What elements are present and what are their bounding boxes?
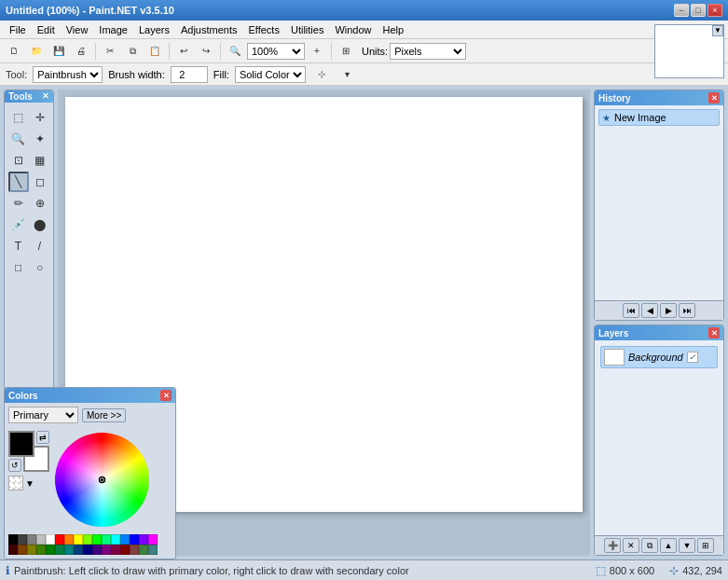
- open-button[interactable]: 📁: [26, 41, 47, 62]
- layer-add-button[interactable]: ➕: [604, 538, 621, 553]
- primary-color-swatch[interactable]: [8, 431, 34, 457]
- cut-button[interactable]: ✂: [100, 41, 120, 62]
- palette-cell[interactable]: [148, 534, 158, 545]
- palette-cell[interactable]: [18, 534, 27, 545]
- history-last-button[interactable]: ⏭: [679, 303, 695, 318]
- layer-item[interactable]: Background ✓: [600, 346, 718, 368]
- undo-button[interactable]: ↩: [173, 41, 194, 62]
- palette-cell[interactable]: [111, 534, 120, 545]
- history-close-button[interactable]: ✕: [708, 92, 720, 104]
- close-button[interactable]: ×: [707, 4, 722, 17]
- color-picker-tool[interactable]: 💉: [8, 214, 29, 235]
- palette-cell[interactable]: [55, 545, 64, 555]
- brush-width-input[interactable]: [171, 66, 208, 83]
- paste-button[interactable]: 📋: [144, 41, 165, 62]
- zoom-select[interactable]: Window 25% 100% 200%: [247, 43, 305, 60]
- history-item[interactable]: ★ New Image: [598, 109, 720, 126]
- history-first-button[interactable]: ⏮: [623, 303, 639, 318]
- colors-close-button[interactable]: ✕: [160, 390, 172, 401]
- palette-cell[interactable]: [111, 545, 120, 555]
- palette-cell[interactable]: [36, 534, 46, 545]
- transparency-button[interactable]: ▼: [8, 476, 49, 490]
- new-button[interactable]: 🗋: [4, 41, 24, 62]
- layer-merge-button[interactable]: ⊞: [697, 538, 714, 553]
- palette-cell[interactable]: [64, 545, 74, 555]
- units-select[interactable]: Pixels Centimeters Inches: [390, 43, 466, 60]
- history-prev-button[interactable]: ◀: [641, 303, 658, 318]
- palette-cell[interactable]: [27, 534, 36, 545]
- palette-cell[interactable]: [120, 545, 130, 555]
- palette-cell[interactable]: [92, 534, 102, 545]
- text-tool[interactable]: T: [8, 236, 29, 256]
- selection-tool[interactable]: ⬚: [8, 107, 29, 128]
- paint-bucket-tool[interactable]: ⊡: [8, 150, 29, 171]
- reset-colors-button[interactable]: ↺: [8, 459, 21, 472]
- paintbrush-tool[interactable]: ╲: [8, 172, 29, 192]
- menu-layers[interactable]: Layers: [133, 22, 175, 37]
- layers-close-button[interactable]: ✕: [708, 327, 720, 338]
- line-tool[interactable]: /: [30, 236, 50, 256]
- palette-cell[interactable]: [102, 545, 111, 555]
- history-next-button[interactable]: ▶: [660, 303, 677, 318]
- colors-mode-select[interactable]: Primary Secondary: [8, 407, 78, 423]
- print-button[interactable]: 🖨: [71, 41, 91, 62]
- palette-cell[interactable]: [139, 545, 148, 555]
- palette-cell[interactable]: [102, 534, 111, 545]
- menu-file[interactable]: File: [4, 22, 32, 37]
- pencil-tool[interactable]: ✏: [8, 193, 29, 214]
- menu-utilities[interactable]: Utilities: [285, 22, 329, 37]
- palette-cell[interactable]: [8, 545, 18, 555]
- clone-tool[interactable]: ⊕: [30, 193, 50, 214]
- palette-cell[interactable]: [83, 534, 92, 545]
- grid-button[interactable]: ⊞: [336, 41, 356, 62]
- layer-visibility-check[interactable]: ✓: [687, 352, 698, 363]
- palette-cell[interactable]: [46, 534, 55, 545]
- palette-cell[interactable]: [83, 545, 92, 555]
- palette-cell[interactable]: [92, 545, 102, 555]
- colors-more-button[interactable]: More >>: [82, 408, 126, 422]
- palette-cell[interactable]: [120, 534, 130, 545]
- menu-effects[interactable]: Effects: [243, 22, 285, 37]
- zoom-out-button[interactable]: 🔍: [225, 41, 245, 62]
- menu-adjustments[interactable]: Adjustments: [175, 22, 243, 37]
- layer-up-button[interactable]: ▲: [660, 538, 677, 553]
- menu-view[interactable]: View: [61, 22, 94, 37]
- maximize-button[interactable]: □: [691, 4, 706, 17]
- blend-mode-button[interactable]: ▾: [337, 64, 358, 85]
- palette-cell[interactable]: [36, 545, 46, 555]
- palette-cell[interactable]: [139, 534, 148, 545]
- menu-edit[interactable]: Edit: [32, 22, 61, 37]
- palette-cell[interactable]: [130, 534, 139, 545]
- move-tool[interactable]: ✛: [30, 107, 50, 128]
- palette-cell[interactable]: [130, 545, 139, 555]
- palette-cell[interactable]: [27, 545, 36, 555]
- palette-cell[interactable]: [74, 534, 83, 545]
- menu-image[interactable]: Image: [93, 22, 133, 37]
- preview-dropdown-button[interactable]: ▼: [712, 25, 723, 36]
- palette-cell[interactable]: [64, 534, 74, 545]
- zoom-in-button[interactable]: +: [307, 41, 327, 62]
- palette-cell[interactable]: [46, 545, 55, 555]
- zoom-tool[interactable]: 🔍: [8, 129, 29, 149]
- save-button[interactable]: 💾: [48, 41, 69, 62]
- eraser-tool[interactable]: ◻: [30, 172, 50, 192]
- rectangle-tool[interactable]: □: [8, 257, 29, 278]
- fill-select[interactable]: Solid Color Gradient Texture: [235, 66, 306, 83]
- gradient-tool[interactable]: ▦: [30, 150, 50, 171]
- palette-cell[interactable]: [55, 534, 64, 545]
- palette-cell[interactable]: [148, 545, 158, 555]
- color-wheel-container[interactable]: [53, 431, 151, 529]
- ellipse-tool[interactable]: ○: [30, 257, 50, 278]
- menu-help[interactable]: Help: [378, 22, 410, 37]
- magic-wand-tool[interactable]: ✦: [30, 129, 50, 149]
- swap-colors-button[interactable]: ⇄: [36, 431, 49, 444]
- layer-duplicate-button[interactable]: ⧉: [641, 538, 658, 553]
- layer-delete-button[interactable]: ✕: [623, 538, 639, 553]
- palette-cell[interactable]: [18, 545, 27, 555]
- menu-window[interactable]: Window: [329, 22, 377, 37]
- layer-down-button[interactable]: ▼: [679, 538, 695, 553]
- fill-style-button[interactable]: ⊹: [311, 64, 332, 85]
- recolor-tool[interactable]: ⬤: [30, 214, 50, 235]
- redo-button[interactable]: ↪: [196, 41, 216, 62]
- palette-cell[interactable]: [8, 534, 18, 545]
